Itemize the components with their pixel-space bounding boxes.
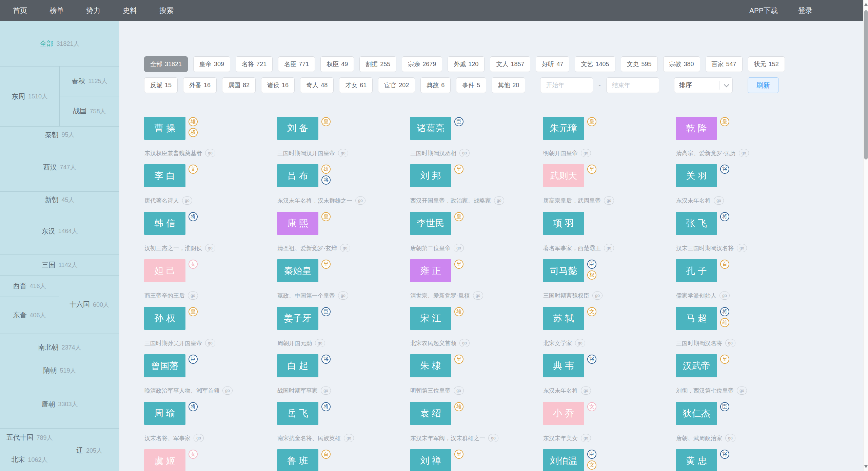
sidebar-item-隋朝[interactable]: 隋朝519人 [0,361,119,380]
scroll-up-icon[interactable] [864,3,868,6]
sidebar-item-春秋[interactable]: 春秋1125人 [60,67,119,96]
go-icon[interactable]: go [459,149,470,157]
go-icon[interactable]: go [205,244,215,252]
nav-item-首页[interactable]: 首页 [13,6,27,15]
go-icon[interactable]: go [340,244,350,252]
filter-chip-宦官[interactable]: 宦官 202 [378,77,415,93]
person-name-box[interactable]: 吕 布 [277,164,318,187]
person-name-box[interactable]: 刘 备 [277,117,318,140]
person-name-box[interactable]: 司马懿 [543,259,584,282]
filter-chip-外番[interactable]: 外番 16 [183,77,217,93]
filter-chip-诸侯[interactable]: 诸侯 16 [261,77,295,93]
person-name-box[interactable]: 黄 忠 [676,449,717,471]
person-name-box[interactable]: 武则天 [543,164,584,187]
person-name-box[interactable]: 苏 轼 [543,307,584,330]
go-icon[interactable]: go [739,149,749,157]
sidebar-item-南北朝[interactable]: 南北朝2374人 [0,334,119,361]
filter-chip-外戚[interactable]: 外戚 120 [448,56,485,72]
filter-chip-文人[interactable]: 文人 1857 [490,56,530,72]
person-name-box[interactable]: 韩 信 [144,212,185,235]
sidebar-item-全部[interactable]: 全部31821人 [0,21,119,67]
go-icon[interactable]: go [454,387,464,395]
person-name-box[interactable]: 姜子牙 [277,307,318,330]
go-icon[interactable]: go [592,291,603,300]
sidebar-item-东周[interactable]: 东周1510人 [0,67,59,126]
go-icon[interactable]: go [725,339,735,347]
filter-chip-文史[interactable]: 文史 595 [621,56,658,72]
go-icon[interactable]: go [604,244,614,252]
person-name-box[interactable]: 项 羽 [543,212,584,235]
filter-chip-宗教[interactable]: 宗教 380 [663,56,700,72]
filter-chip-割据[interactable]: 割据 255 [359,56,396,72]
person-name-box[interactable]: 周 瑜 [144,402,185,425]
sidebar-item-东晋[interactable]: 东晋406人 [0,297,59,334]
go-icon[interactable]: go [581,434,591,442]
nav-item-登录[interactable]: 登录 [798,6,812,15]
person-name-box[interactable]: 小 乔 [543,402,584,425]
person-name-box[interactable]: 袁 绍 [410,402,451,425]
scrollbar-thumb[interactable] [864,10,868,159]
filter-chip-百家[interactable]: 百家 547 [706,56,743,72]
filter-chip-事件[interactable]: 事件 5 [456,77,486,93]
sidebar-item-战国[interactable]: 战国758人 [60,96,119,127]
person-name-box[interactable]: 李世民 [410,212,451,235]
filter-chip-才女[interactable]: 才女 61 [339,77,373,93]
go-icon[interactable]: go [581,387,591,395]
person-name-box[interactable]: 虞 姬 [144,449,185,471]
person-name-box[interactable]: 狄仁杰 [676,402,717,425]
person-name-box[interactable]: 白 起 [277,354,318,377]
nav-item-榜单[interactable]: 榜单 [50,6,64,15]
person-name-box[interactable]: 秦始皇 [277,259,318,282]
filter-chip-全部[interactable]: 全部 31821 [144,56,188,72]
sidebar-item-东汉[interactable]: 东汉1464人 [0,208,119,255]
sidebar-item-新朝[interactable]: 新朝45人 [0,192,119,208]
nav-item-搜索[interactable]: 搜索 [159,6,174,15]
person-name-box[interactable]: 妲 己 [144,259,185,282]
go-icon[interactable]: go [581,149,591,157]
nav-item-势力[interactable]: 势力 [86,6,100,15]
person-name-box[interactable]: 曾国藩 [144,354,185,377]
go-icon[interactable]: go [714,196,724,205]
go-icon[interactable]: go [737,244,747,252]
person-name-box[interactable]: 刘 邦 [410,164,451,187]
go-icon[interactable]: go [205,339,215,347]
person-name-box[interactable]: 鲁 班 [277,449,318,471]
go-icon[interactable]: go [344,434,354,442]
go-icon[interactable]: go [315,339,325,347]
sidebar-item-北宋[interactable]: 北宋1062人 [0,447,59,471]
filter-chip-名将[interactable]: 名将 721 [236,56,273,72]
go-icon[interactable]: go [488,434,498,442]
scroll-down-icon[interactable] [864,465,868,468]
person-name-box[interactable]: 宋 江 [410,307,451,330]
sidebar-item-西晋[interactable]: 西晋416人 [0,276,59,297]
person-name-box[interactable]: 岳 飞 [277,402,318,425]
person-name-box[interactable]: 刘伯温 [543,449,584,471]
go-icon[interactable]: go [494,196,504,205]
sidebar-item-西汉[interactable]: 西汉747人 [0,143,119,192]
filter-chip-属国[interactable]: 属国 82 [222,77,256,93]
nav-item-史料[interactable]: 史料 [123,6,137,15]
sidebar-item-十六国[interactable]: 十六国600人 [59,276,119,334]
sort-dropdown[interactable]: 排序 [674,77,733,93]
filter-chip-宗亲[interactable]: 宗亲 2679 [402,56,442,72]
go-icon[interactable]: go [205,149,215,157]
person-name-box[interactable]: 刘 禅 [410,449,451,471]
filter-chip-其他[interactable]: 其他 20 [492,77,525,93]
person-name-box[interactable]: 李 白 [144,164,185,187]
sidebar-item-五代十国[interactable]: 五代十国789人 [0,429,59,447]
filter-chip-奇人[interactable]: 奇人 48 [300,77,334,93]
go-icon[interactable]: go [338,291,348,300]
go-icon[interactable]: go [604,196,614,205]
go-icon[interactable]: go [321,387,331,395]
go-icon[interactable]: go [719,291,730,300]
filter-chip-权臣[interactable]: 权臣 49 [320,56,354,72]
filter-chip-典故[interactable]: 典故 6 [420,77,451,93]
person-name-box[interactable]: 马 超 [676,307,717,330]
person-name-box[interactable]: 典 韦 [543,354,584,377]
filter-chip-好听[interactable]: 好听 47 [536,56,569,72]
go-icon[interactable]: go [575,339,585,347]
person-name-box[interactable]: 朱元璋 [543,117,584,140]
start-year-input[interactable] [540,77,593,93]
person-name-box[interactable]: 诸葛亮 [410,117,451,140]
person-name-box[interactable]: 孙 权 [144,307,185,330]
